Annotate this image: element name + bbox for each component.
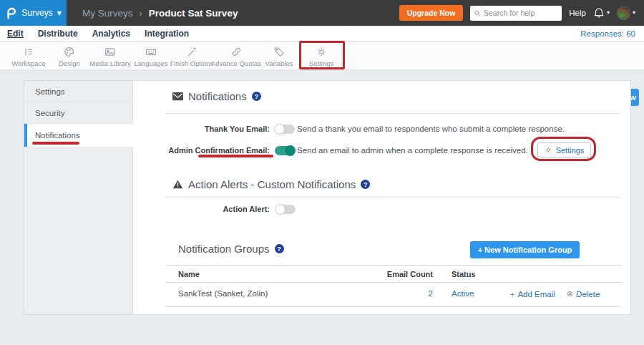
help-question-icon[interactable]: ? bbox=[275, 244, 284, 253]
toolbar-item-design[interactable]: Design bbox=[59, 46, 80, 67]
toolbar-item-media-library[interactable]: Media Library bbox=[89, 46, 131, 67]
tab-edit[interactable]: Edit bbox=[7, 29, 24, 39]
settings-gear-icon bbox=[315, 46, 327, 58]
sidebar-item-security[interactable]: Security bbox=[24, 102, 133, 124]
caret-down-icon: ▾ bbox=[57, 9, 62, 17]
breadcrumb-separator-icon: › bbox=[140, 8, 142, 19]
envelope-icon bbox=[172, 92, 183, 101]
breadcrumb-current-survey: Product Sat Survey bbox=[149, 8, 238, 19]
add-email-link[interactable]: Add Email bbox=[517, 290, 555, 298]
help-question-icon[interactable]: ? bbox=[252, 92, 261, 101]
group-status-link[interactable]: Active bbox=[452, 289, 474, 298]
divider bbox=[165, 198, 622, 198]
toolbar-item-advance-quotas[interactable]: Advance Quotas bbox=[211, 46, 261, 67]
circle-x-icon: ⊗ bbox=[567, 289, 573, 298]
account-menu-button[interactable]: ▾ bbox=[617, 6, 635, 20]
column-header-email-count: Email Count bbox=[376, 270, 433, 278]
avatar bbox=[617, 6, 630, 20]
delete-link[interactable]: Delete bbox=[576, 290, 600, 298]
group-email-count-link[interactable]: 2 bbox=[376, 289, 433, 298]
table-bottom-border bbox=[165, 306, 622, 307]
action-alert-toggle[interactable] bbox=[275, 205, 296, 214]
variables-icon bbox=[273, 46, 286, 58]
upgrade-now-button[interactable]: Upgrade Now bbox=[399, 5, 464, 21]
notifications-bell-button[interactable]: ▾ bbox=[593, 7, 610, 19]
table-top-border bbox=[165, 265, 622, 266]
group-row-actions: + Add Email ⊗ Delete bbox=[510, 289, 600, 298]
action-alerts-section-header: Action Alerts - Custom Notifications ? bbox=[172, 178, 370, 190]
help-search bbox=[470, 6, 562, 21]
settings-card: Settings Security Notifications Notifica… bbox=[24, 80, 631, 315]
toolbar-item-languages[interactable]: Languages bbox=[134, 46, 167, 67]
toggle-knob bbox=[274, 124, 285, 135]
toggle-knob bbox=[275, 204, 286, 215]
help-question-icon[interactable]: ? bbox=[361, 180, 370, 189]
edit-toolbar: Workspace Design Media Library Languages… bbox=[0, 42, 644, 70]
bell-icon bbox=[593, 7, 605, 19]
languages-icon bbox=[145, 46, 157, 58]
gear-icon bbox=[545, 146, 552, 154]
sidebar-item-notifications[interactable]: Notifications bbox=[24, 124, 134, 147]
tab-distribute[interactable]: Distribute bbox=[38, 29, 78, 39]
media-library-icon bbox=[104, 46, 117, 58]
toggle-knob bbox=[285, 145, 296, 156]
sidebar-item-settings[interactable]: Settings bbox=[24, 81, 133, 102]
help-search-input[interactable] bbox=[484, 9, 558, 17]
toolbar-item-finish-options[interactable]: Finish Options bbox=[170, 46, 214, 67]
action-alerts-section-title: Action Alerts - Custom Notifications bbox=[188, 178, 356, 190]
survey-nav: Edit Distribute Analytics Integration Re… bbox=[0, 26, 644, 42]
breadcrumb: My Surveys › Product Sat Survey bbox=[82, 8, 238, 19]
topbar-right: Upgrade Now Help ▾ ▾ bbox=[399, 5, 644, 21]
caret-down-icon: ▾ bbox=[607, 10, 610, 16]
toolbar-item-settings[interactable]: Settings bbox=[309, 46, 333, 67]
notifications-section-title: Notifications bbox=[188, 90, 247, 102]
new-notification-group-button[interactable]: + New Notification Group bbox=[470, 241, 580, 258]
workspace-icon bbox=[23, 46, 35, 58]
notification-groups-section-header: Notification Groups ? bbox=[178, 243, 284, 255]
finish-options-icon bbox=[185, 46, 197, 58]
admin-confirmation-email-description: Send an email to admin when a complete r… bbox=[297, 146, 528, 155]
notifications-section-header: Notifications ? bbox=[172, 90, 261, 102]
thank-you-email-description: Send a thank you email to respondents wh… bbox=[297, 125, 565, 133]
admin-confirmation-email-label: Admin Confirmation Email: bbox=[139, 146, 270, 155]
advance-quotas-icon bbox=[230, 46, 243, 58]
product-switcher-label: Surveys bbox=[21, 8, 52, 18]
settings-sidebar: Settings Security Notifications bbox=[24, 81, 133, 314]
tab-integration[interactable]: Integration bbox=[145, 29, 189, 39]
toolbar-item-workspace[interactable]: Workspace bbox=[11, 46, 45, 67]
search-icon bbox=[474, 9, 481, 17]
notification-groups-section-title: Notification Groups bbox=[178, 243, 270, 255]
column-header-name: Name bbox=[178, 270, 200, 278]
thank-you-email-toggle[interactable] bbox=[275, 125, 295, 134]
thank-you-email-label: Thank You Email: bbox=[139, 125, 270, 133]
questionpro-settings-page: Surveys ▾ My Surveys › Product Sat Surve… bbox=[0, 0, 644, 345]
table-header-divider bbox=[165, 282, 622, 283]
admin-email-settings-label: Settings bbox=[556, 146, 585, 155]
design-icon bbox=[63, 46, 75, 58]
help-link[interactable]: Help bbox=[569, 9, 586, 17]
divider bbox=[165, 113, 622, 114]
admin-confirmation-email-toggle[interactable] bbox=[275, 146, 295, 155]
plus-icon: + bbox=[510, 290, 514, 298]
caret-down-icon: ▾ bbox=[633, 10, 635, 16]
questionpro-logo-icon bbox=[5, 7, 17, 19]
toolbar-item-variables[interactable]: Variables bbox=[265, 46, 293, 67]
warning-triangle-icon bbox=[172, 180, 183, 189]
responses-count[interactable]: Responses: 60 bbox=[580, 29, 644, 38]
admin-email-settings-button[interactable]: Settings bbox=[537, 142, 591, 157]
breadcrumb-my-surveys[interactable]: My Surveys bbox=[82, 8, 133, 19]
topbar: Surveys ▾ My Surveys › Product Sat Surve… bbox=[0, 0, 644, 26]
product-switcher-surveys[interactable]: Surveys ▾ bbox=[0, 0, 67, 26]
group-name-cell: SankTest (Sanket, Zolin) bbox=[178, 289, 268, 298]
tab-analytics[interactable]: Analytics bbox=[92, 29, 130, 39]
column-header-status: Status bbox=[452, 270, 476, 278]
action-alert-label: Action Alert: bbox=[139, 205, 270, 213]
